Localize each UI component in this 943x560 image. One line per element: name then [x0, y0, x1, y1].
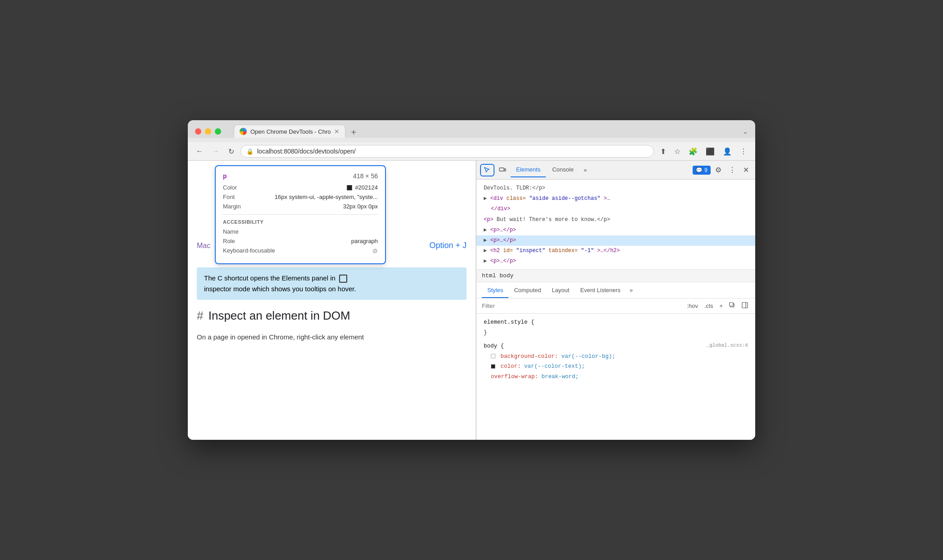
- hash-symbol: #: [197, 309, 203, 322]
- css-prop-row-3: overflow-wrap: break-word;: [484, 372, 748, 382]
- breadcrumb-body[interactable]: body: [499, 272, 513, 279]
- a11y-name-label: Name: [223, 228, 239, 235]
- css-origin: _global.scss:6: [707, 341, 748, 350]
- dom-row[interactable]: ▶ <h2 id= "inspect" tabindex= "-1" >…</h…: [476, 246, 755, 256]
- nav-bar: ← → ↻ 🔒 localhost:8080/docs/devtools/ope…: [188, 142, 755, 161]
- minimize-button[interactable]: [205, 128, 211, 135]
- svg-rect-3: [730, 303, 733, 306]
- notification-icon: 💬: [696, 167, 703, 173]
- tooltip-header: p 418 × 56: [223, 172, 378, 180]
- profile-icon[interactable]: 👤: [720, 145, 734, 158]
- tab-menu-arrow[interactable]: ⌄: [743, 128, 748, 135]
- settings-button[interactable]: ⚙: [712, 164, 724, 176]
- cls-button[interactable]: .cls: [703, 302, 715, 310]
- css-panel: element.style { } body { _global.scss:6: [476, 314, 755, 440]
- keyboard-label: Keyboard-focusable: [223, 247, 275, 254]
- text-color-swatch: [491, 364, 495, 369]
- active-tab[interactable]: Open Chrome DevTools - Chro ✕: [234, 125, 345, 138]
- dom-text: DevTools. TLDR:</p>: [484, 185, 545, 191]
- dom-attr-value: "-1": [581, 248, 594, 254]
- event-listeners-tab[interactable]: Event Listeners: [575, 283, 626, 298]
- element-style-close: }: [484, 328, 748, 338]
- css-prop-row-1: background-color: var(--color-bg);: [484, 352, 748, 362]
- body-style-block: body { _global.scss:6 background-color: …: [484, 341, 748, 382]
- address-bar[interactable]: 🔒 localhost:8080/docs/devtools/open/: [240, 145, 654, 158]
- url-text: localhost:8080/docs/devtools/open/: [257, 148, 648, 155]
- a11y-role-label: Role: [223, 238, 235, 244]
- extension-icon[interactable]: 🧩: [686, 145, 700, 158]
- layout-tab[interactable]: Layout: [546, 283, 575, 298]
- toggle-sidebar-button[interactable]: [740, 301, 750, 311]
- computed-tab[interactable]: Computed: [508, 283, 546, 298]
- styles-filter-bar: :hov .cls +: [476, 298, 755, 314]
- font-label: Font: [223, 194, 235, 200]
- tooltip-divider: [223, 214, 378, 215]
- filter-actions: :hov .cls +: [685, 301, 750, 311]
- svg-rect-1: [504, 169, 506, 171]
- add-style-button[interactable]: +: [717, 302, 725, 310]
- dom-row[interactable]: ▶ <p>…</p>: [476, 225, 755, 235]
- tooltip-color-row: Color #202124: [223, 184, 378, 191]
- dom-arrow-icon[interactable]: ▶: [484, 195, 487, 202]
- margin-label: Margin: [223, 203, 241, 210]
- styles-tab[interactable]: Styles: [482, 283, 508, 298]
- console-tab[interactable]: Console: [547, 163, 579, 177]
- close-devtools-button[interactable]: ✕: [740, 164, 752, 176]
- styles-panel: Styles Computed Layout Event Listeners »…: [476, 282, 755, 440]
- dom-tree[interactable]: DevTools. TLDR:</p> ▶ <div class= "aside…: [476, 180, 755, 270]
- dom-row[interactable]: ▶ <div class= "aside aside--gotchas" >…: [476, 194, 755, 204]
- dom-attr-value: "inspect": [516, 248, 545, 254]
- menu-icon[interactable]: ⋮: [737, 145, 750, 158]
- tab-close-icon[interactable]: ✕: [334, 128, 340, 135]
- bookmark-icon[interactable]: ☆: [671, 145, 683, 158]
- cast-icon[interactable]: ⬛: [703, 145, 717, 158]
- more-tabs-button[interactable]: »: [580, 165, 590, 175]
- copy-styles-button[interactable]: [727, 301, 737, 311]
- elements-tab[interactable]: Elements: [511, 163, 546, 177]
- dom-attr-name: class=: [506, 195, 526, 202]
- element-picker-button[interactable]: [480, 164, 494, 176]
- more-style-tabs[interactable]: »: [626, 285, 636, 295]
- dom-arrow-icon[interactable]: ▶: [484, 248, 487, 254]
- new-tab-button[interactable]: +: [347, 127, 360, 138]
- accessibility-label: ACCESSIBILITY: [223, 219, 378, 225]
- breadcrumb-html[interactable]: html: [482, 272, 496, 279]
- tab-title: Open Chrome DevTools - Chro: [250, 128, 331, 135]
- dom-selected-row[interactable]: ▶ <p>…</p>: [476, 235, 755, 246]
- css-prop-row-2: color: var(--color-text);: [484, 361, 748, 372]
- dom-attr-value: "aside aside--gotchas": [529, 195, 600, 202]
- maximize-button[interactable]: [215, 128, 221, 135]
- a11y-role-value: paragraph: [351, 238, 378, 244]
- dom-breadcrumb: html body: [476, 270, 755, 282]
- dom-arrow-icon[interactable]: ▶: [484, 258, 487, 264]
- dom-row[interactable]: <p> But wait! There's more to know.</p>: [476, 215, 755, 225]
- dom-attr-name: tabindex=: [549, 248, 578, 254]
- more-options-button[interactable]: ⋮: [726, 164, 739, 176]
- browser-window: Open Chrome DevTools - Chro ✕ + ⌄ ← → ↻ …: [188, 120, 755, 440]
- body-text: On a page in opened in Chrome, right-cli…: [197, 332, 467, 343]
- forward-button[interactable]: →: [209, 145, 222, 157]
- dom-row[interactable]: DevTools. TLDR:</p>: [476, 183, 755, 194]
- tooltip-margin-row: Margin 32px 0px 0px: [223, 203, 378, 210]
- device-toggle-button[interactable]: [496, 164, 509, 176]
- margin-value: 32px 0px 0px: [343, 203, 378, 210]
- color-swatch-icon: [347, 185, 352, 190]
- share-icon[interactable]: ⬆: [657, 145, 669, 158]
- sidebar-icon: [742, 302, 748, 308]
- hov-button[interactable]: :hov: [685, 302, 700, 310]
- tooltip-dimensions: 418 × 56: [353, 172, 378, 180]
- notification-count: 9: [704, 167, 707, 173]
- dom-row[interactable]: ▶ <p>…</p>: [476, 256, 755, 266]
- reload-button[interactable]: ↻: [226, 145, 237, 158]
- device-icon: [499, 167, 506, 174]
- dom-row[interactable]: </div>: [476, 204, 755, 214]
- console-notification[interactable]: 💬 9: [693, 166, 711, 175]
- element-style-block: element.style { }: [484, 317, 748, 338]
- close-button[interactable]: [195, 128, 201, 135]
- back-button[interactable]: ←: [193, 145, 206, 157]
- tooltip-element-tag: p: [223, 172, 227, 180]
- dom-arrow-icon[interactable]: ▶: [484, 227, 487, 233]
- keyboard-value: ⊘: [372, 247, 378, 254]
- dom-arrow-icon[interactable]: ▶: [484, 237, 487, 244]
- filter-input[interactable]: [482, 303, 681, 309]
